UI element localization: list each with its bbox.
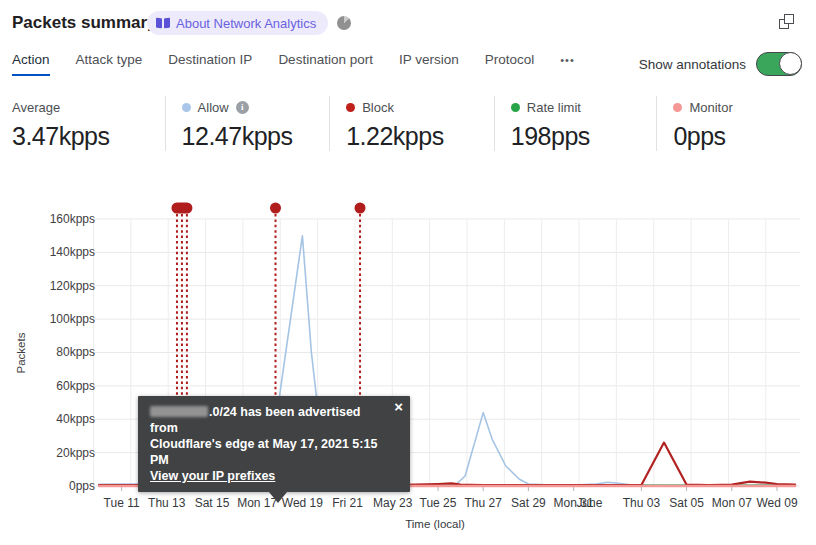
svg-text:20kpps: 20kpps xyxy=(56,446,95,460)
stat-monitor: Monitor0pps xyxy=(656,96,816,151)
svg-text:Wed 09: Wed 09 xyxy=(756,496,797,510)
svg-text:Tue 11: Tue 11 xyxy=(104,496,140,510)
legend-dot xyxy=(182,103,191,112)
x-axis: Tue 11Thu 13Sat 15Mon 17Wed 19Fri 21May … xyxy=(104,487,798,531)
dimension-tabs: ActionAttack typeDestination IPDestinati… xyxy=(12,52,575,76)
book-icon xyxy=(156,18,170,29)
about-network-analytics-badge[interactable]: About Network Analytics xyxy=(147,11,328,35)
svg-text:Mon 07: Mon 07 xyxy=(712,496,752,510)
page-title: Packets summary xyxy=(12,13,157,33)
tab-action[interactable]: Action xyxy=(12,52,50,76)
copy-icon[interactable] xyxy=(779,14,794,29)
close-icon[interactable]: × xyxy=(394,399,403,414)
tab-protocol[interactable]: Protocol xyxy=(485,52,535,74)
svg-text:0pps: 0pps xyxy=(69,479,95,493)
svg-text:120kpps: 120kpps xyxy=(50,279,95,293)
view-ip-prefixes-link[interactable]: View your IP prefixes xyxy=(150,469,275,483)
annotation-tooltip: × .0/24 has been advertised from Cloudfl… xyxy=(138,396,410,492)
svg-text:Sat 29: Sat 29 xyxy=(511,496,546,510)
stat-block: Block1.22kpps xyxy=(329,96,494,151)
svg-text:60kpps: 60kpps xyxy=(56,379,95,393)
y-axis: 0pps20kpps40kpps60kpps80kpps100kpps120kp… xyxy=(15,212,95,493)
svg-text:140kpps: 140kpps xyxy=(50,245,95,259)
summary-stats: Average3.47kppsAllowi12.47kppsBlock1.22k… xyxy=(0,96,816,151)
badge-label: About Network Analytics xyxy=(176,16,316,31)
tab-destination-port[interactable]: Destination port xyxy=(278,52,373,74)
svg-text:40kpps: 40kpps xyxy=(56,412,95,426)
svg-text:Wed 19: Wed 19 xyxy=(282,496,323,510)
svg-text:Thu 13: Thu 13 xyxy=(148,496,186,510)
toggle-knob xyxy=(779,52,802,75)
svg-text:Sat 05: Sat 05 xyxy=(669,496,704,510)
stat-label: Average xyxy=(12,100,60,115)
svg-text:June: June xyxy=(576,496,602,510)
stat-label: Block xyxy=(362,100,394,115)
stat-value: 1.22kpps xyxy=(346,122,494,151)
annotation-marker-pill[interactable] xyxy=(171,203,192,214)
annotation-marker[interactable] xyxy=(270,203,281,214)
tooltip-line1: .0/24 has been advertised from xyxy=(150,404,384,436)
stat-label: Monitor xyxy=(689,100,732,115)
stat-label: Allow xyxy=(198,100,229,115)
svg-text:Sat 15: Sat 15 xyxy=(195,496,230,510)
svg-text:May 23: May 23 xyxy=(373,496,413,510)
svg-text:Thu 27: Thu 27 xyxy=(465,496,503,510)
svg-text:Packets: Packets xyxy=(15,332,27,373)
tabs-more-icon[interactable]: ••• xyxy=(560,52,575,73)
show-annotations-label: Show annotations xyxy=(639,57,746,72)
stat-rate-limit: Rate limit198pps xyxy=(494,96,657,151)
pie-icon[interactable] xyxy=(337,16,351,30)
show-annotations-toggle[interactable] xyxy=(756,52,802,76)
tooltip-arrow xyxy=(269,492,287,503)
tab-attack-type[interactable]: Attack type xyxy=(76,52,143,74)
stat-allow: Allowi12.47kpps xyxy=(165,96,330,151)
info-icon[interactable]: i xyxy=(236,101,249,114)
stat-value: 198pps xyxy=(511,122,657,151)
svg-text:100kpps: 100kpps xyxy=(50,312,95,326)
tooltip-line2: Cloudflare's edge at May 17, 2021 5:15 P… xyxy=(150,436,384,468)
tab-ip-version[interactable]: IP version xyxy=(399,52,459,74)
stat-average: Average3.47kpps xyxy=(0,96,165,151)
annotation-marker[interactable] xyxy=(355,203,366,214)
stat-label: Rate limit xyxy=(527,100,581,115)
svg-text:Fri 21: Fri 21 xyxy=(332,496,363,510)
legend-dot xyxy=(673,103,682,112)
stat-value: 3.47kpps xyxy=(12,122,165,151)
legend-dot xyxy=(346,103,355,112)
svg-text:Time (local): Time (local) xyxy=(405,518,465,530)
stat-value: 0pps xyxy=(673,122,816,151)
redacted-ip-prefix xyxy=(150,406,208,417)
legend-dot xyxy=(511,103,520,112)
tab-destination-ip[interactable]: Destination IP xyxy=(168,52,252,74)
stat-value: 12.47kpps xyxy=(182,122,330,151)
svg-text:160kpps: 160kpps xyxy=(50,212,95,226)
packets-summary-panel: Packets summary About Network Analytics … xyxy=(0,0,816,545)
svg-text:Tue 25: Tue 25 xyxy=(420,496,457,510)
svg-text:80kpps: 80kpps xyxy=(56,345,95,359)
svg-text:Thu 03: Thu 03 xyxy=(623,496,661,510)
